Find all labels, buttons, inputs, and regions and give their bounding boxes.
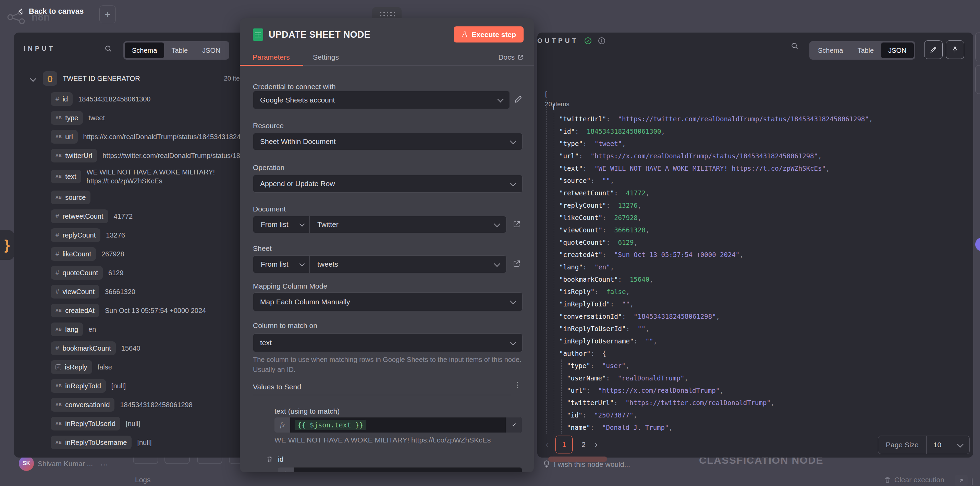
json-line: "inReplyToId": "",: [537, 298, 973, 310]
credential-select[interactable]: Google Sheets account: [253, 91, 510, 109]
input-tab-table[interactable]: Table: [164, 43, 195, 58]
field-badge[interactable]: ABinReplyToUserId: [51, 417, 120, 430]
field-badge[interactable]: ✓isReply: [51, 360, 92, 374]
field-badge[interactable]: ABinReplyToId: [51, 379, 106, 393]
sheet-value-select[interactable]: tweets: [310, 256, 506, 273]
user-menu-ellipsis-icon[interactable]: …: [100, 458, 109, 467]
field-value: [null]: [126, 419, 140, 428]
page-1[interactable]: 1: [555, 436, 573, 453]
field-badge[interactable]: ABsource: [51, 191, 91, 204]
search-icon: [791, 42, 799, 50]
schema-field-row: ✓isReplyfalse: [51, 360, 256, 374]
values-menu-icon[interactable]: ⋮: [513, 380, 522, 390]
execute-step-label: Execute step: [471, 30, 516, 39]
output-search-button[interactable]: [791, 42, 799, 50]
page-2[interactable]: 2: [579, 440, 588, 449]
field-badge[interactable]: #replyCount: [51, 228, 100, 242]
sheet-label: Sheet: [253, 244, 272, 253]
schema-field-row: ABinReplyToUserId[null]: [51, 417, 256, 430]
trash-icon: [884, 476, 891, 484]
pagination-next-icon[interactable]: ›: [595, 439, 598, 450]
field-badge[interactable]: ABcreatedAt: [51, 304, 99, 317]
input-brace-tab[interactable]: }: [0, 230, 14, 260]
field-name: url: [65, 133, 73, 141]
field-badge[interactable]: #id: [51, 92, 73, 106]
output-tab-json[interactable]: JSON: [881, 43, 913, 58]
input-search-button[interactable]: [105, 45, 112, 53]
input-tab-schema[interactable]: Schema: [125, 43, 164, 58]
field-badge[interactable]: #likeCount: [51, 247, 96, 261]
resource-value: Sheet Within Document: [260, 137, 336, 146]
field-badge[interactable]: ABtype: [51, 111, 83, 125]
text-expression-input[interactable]: {{ $json.text }}: [290, 417, 522, 433]
execute-step-button[interactable]: Execute step: [454, 26, 523, 43]
match-column-select[interactable]: text: [253, 333, 523, 352]
back-to-canvas-button[interactable]: Back to canvas: [17, 7, 84, 16]
edit-output-button[interactable]: [924, 40, 943, 59]
field-badge[interactable]: ABtwitterUrl: [51, 149, 97, 163]
sheet-select[interactable]: From list tweets: [253, 255, 506, 273]
output-panel: OUTPUT SchemaTableJSON: [537, 33, 973, 457]
user-name[interactable]: Shivam Kumar ...: [38, 460, 93, 468]
clear-execution-button[interactable]: Clear execution: [884, 476, 944, 484]
field-badge[interactable]: #retweetCount: [51, 209, 108, 223]
number-type-icon: #: [56, 95, 59, 103]
schema-field-row: #bookmarkCount15640: [51, 341, 256, 355]
field-badge[interactable]: ABlang: [51, 322, 83, 336]
field-value: 13276: [106, 231, 125, 239]
open-sheet-link[interactable]: [512, 260, 521, 268]
pin-data-button[interactable]: [946, 40, 964, 59]
field-badge[interactable]: #bookmarkCount: [51, 341, 116, 355]
pagination: ‹ 12 ›: [546, 436, 598, 453]
json-line: {: [537, 100, 973, 113]
page-size-select[interactable]: Page Size 10: [878, 436, 970, 454]
operation-select[interactable]: Append or Update Row: [253, 175, 523, 193]
arrow-up-right-icon: [958, 478, 964, 483]
mapping-mode-select[interactable]: Map Each Column Manually: [253, 292, 523, 311]
modal-drag-handle[interactable]: [372, 7, 402, 19]
output-tab-schema[interactable]: Schema: [811, 43, 850, 58]
open-logs-button[interactable]: [955, 475, 968, 486]
expand-expression-button[interactable]: [506, 417, 522, 433]
values-to-send-title: Values to Send: [253, 383, 301, 391]
node-feedback-link[interactable]: I wish this node would...: [543, 460, 630, 469]
expression-value: {{ $json.text }}: [295, 420, 366, 430]
new-tab-button[interactable]: +: [99, 5, 116, 23]
input-tab-json[interactable]: JSON: [195, 43, 228, 58]
assistant-bubble[interactable]: [975, 237, 980, 251]
json-line: "name": "Donald J. Trump",: [537, 421, 973, 433]
input-tree-header[interactable]: {} TWEET ID GENERATOR 20 items: [31, 71, 250, 86]
field-badge[interactable]: #quoteCount: [51, 266, 103, 280]
field-badge[interactable]: #viewCount: [51, 285, 99, 298]
avatar-initials: SK: [22, 460, 30, 467]
field-badge[interactable]: ABinReplyToUsername: [51, 436, 132, 449]
resource-select[interactable]: Sheet Within Document: [253, 133, 523, 150]
document-value-select[interactable]: Twitter: [310, 216, 506, 233]
schema-field-row: ABtypetweet: [51, 111, 256, 125]
edit-credential-button[interactable]: [514, 95, 523, 104]
input-node-name: TWEET ID GENERATOR: [63, 75, 140, 83]
mapping-mode-value: Map Each Column Manually: [260, 298, 350, 306]
schema-field-row: ABlangen: [51, 322, 256, 336]
field-value: 1845343182458061298: [120, 400, 192, 409]
pagination-prev-icon[interactable]: ‹: [546, 439, 549, 450]
sheet-mode-select[interactable]: From list: [253, 256, 310, 273]
collapse-logs-button[interactable]: [972, 479, 972, 485]
logs-toggle[interactable]: Logs: [135, 476, 151, 484]
field-badge[interactable]: ABconversationId: [51, 398, 115, 412]
document-mode-select[interactable]: From list: [253, 216, 310, 233]
field-badge[interactable]: ABtext: [51, 170, 81, 183]
tab-settings[interactable]: Settings: [313, 53, 339, 61]
field-badge[interactable]: ABurl: [51, 130, 78, 143]
remove-field-trash-icon[interactable]: [266, 456, 273, 463]
id-expression-row[interactable]: fx: [278, 467, 522, 472]
document-select[interactable]: From list Twitter: [253, 216, 506, 233]
json-line: [: [537, 88, 973, 100]
tab-parameters[interactable]: Parameters: [253, 53, 290, 61]
avatar[interactable]: SK: [19, 456, 34, 471]
json-line: "url": "https://x.com/realDonaldTrump/st…: [537, 150, 973, 162]
fx-badge[interactable]: fx: [274, 417, 290, 433]
open-document-link[interactable]: [512, 220, 521, 228]
output-tab-table[interactable]: Table: [850, 43, 881, 58]
docs-link[interactable]: Docs: [498, 53, 523, 61]
